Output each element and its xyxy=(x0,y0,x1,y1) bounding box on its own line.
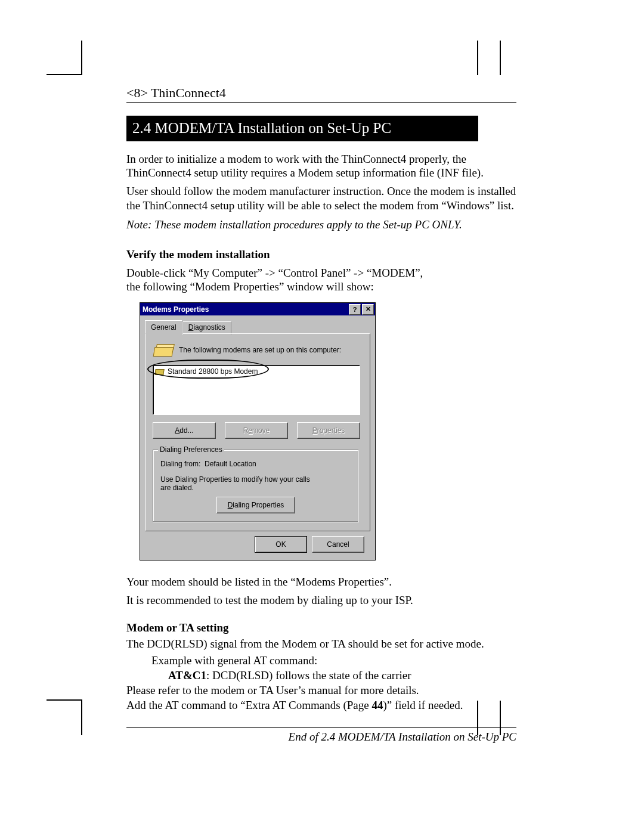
modemta-command-line: AT&C1: DCD(RLSD) follows the state of th… xyxy=(168,668,516,682)
add-button[interactable]: Add...Add... xyxy=(153,422,216,439)
dialing-preferences-group: Dialing Preferences Dialing from: Defaul… xyxy=(153,450,359,522)
modem-icon xyxy=(153,342,173,358)
section-footer: End of 2.4 MODEM/TA Installation on Set-… xyxy=(126,727,516,744)
close-icon: ✕ xyxy=(366,305,371,313)
section-title-bar: 2.4 MODEM/TA Installation on Set-Up PC xyxy=(126,116,478,141)
dialog-help-button[interactable]: ? xyxy=(349,304,361,315)
properties-button: PropertiesProperties xyxy=(297,422,360,439)
dialog-tabs: General Diagnostics xyxy=(145,319,370,333)
help-icon: ? xyxy=(353,306,357,313)
dialog-title: Modems Properties xyxy=(143,305,209,314)
list-item[interactable]: Standard 28800 bps Modem xyxy=(154,367,358,376)
dialing-help-text: Use Dialing Properties to modify how you… xyxy=(160,475,315,492)
modemta-p2: Please refer to the modem or TA User’s m… xyxy=(126,683,516,697)
modem-listbox[interactable]: Standard 28800 bps Modem xyxy=(153,365,360,415)
ok-button[interactable]: OK xyxy=(255,536,307,553)
dialog-bottom-buttons: OK Cancel xyxy=(145,531,370,553)
tab-general[interactable]: General xyxy=(145,320,182,334)
dialog-titlebar: Modems Properties ? ✕ xyxy=(140,303,375,315)
intro-paragraph-2: User should follow the modem manufacture… xyxy=(126,184,516,212)
modemta-p1: The DCD(RLSD) signal from the Modem or T… xyxy=(126,637,516,651)
tab-panel-general: The following modems are set up on this … xyxy=(145,333,370,531)
group-legend: Dialing Preferences xyxy=(158,445,224,454)
intro-note: Note: These modem installation procedure… xyxy=(126,218,516,231)
section-footer-text: End of 2.4 MODEM/TA Installation on Set-… xyxy=(289,730,516,743)
dialog-button-row: Add...Add... RemoveRemove PropertiesProp… xyxy=(153,422,360,439)
dialing-properties-button[interactable]: Dialing PropertiesDialing Properties xyxy=(216,497,295,513)
cancel-button[interactable]: Cancel xyxy=(312,536,364,553)
remove-button: RemoveRemove xyxy=(225,422,288,439)
modem-item-label: Standard 28800 bps Modem xyxy=(168,367,258,376)
page-header-text: <8> ThinConnect4 xyxy=(126,85,226,100)
modemta-example-label: Example with general AT command: xyxy=(151,654,516,667)
verify-heading: Verify the modem installation xyxy=(126,248,516,261)
after-dialog-p1: Your modem should be listed in the “Mode… xyxy=(126,575,516,589)
tab-diagnostics[interactable]: Diagnostics xyxy=(182,321,231,335)
verify-line-2: the following “Modem Properties” window … xyxy=(126,280,516,293)
at-command-desc: : DCD(RLSD) follows the state of the car… xyxy=(206,669,411,682)
modemta-p3: Add the AT command to “Extra AT Commands… xyxy=(126,698,516,712)
dialing-from-line: Dialing from: Default Location xyxy=(160,460,351,468)
verify-line-1: Double-click “My Computer” -> “Control P… xyxy=(126,266,516,280)
section-title-text: 2.4 MODEM/TA Installation on Set-Up PC xyxy=(132,120,391,136)
dialog-close-button[interactable]: ✕ xyxy=(362,304,374,315)
dialog-info-text: The following modems are set up on this … xyxy=(179,342,341,354)
after-dialog-p2: It is recommended to test the modem by d… xyxy=(126,593,516,607)
modemta-heading: Modem or TA setting xyxy=(126,621,516,634)
modem-item-icon xyxy=(154,367,164,376)
intro-paragraph-1: In order to initialize a modem to work w… xyxy=(126,152,516,179)
page-header: <8> ThinConnect4 xyxy=(126,85,516,103)
modems-properties-dialog: Modems Properties ? ✕ General Diagnostic… xyxy=(140,302,376,561)
at-command-bold: AT&C1 xyxy=(168,669,206,682)
